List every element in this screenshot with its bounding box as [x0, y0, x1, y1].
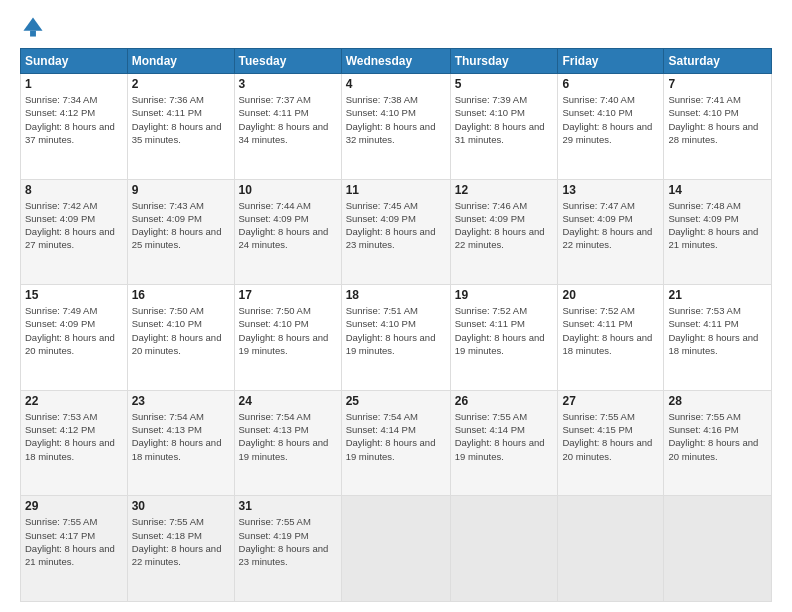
day-info: Sunrise: 7:47 AM Sunset: 4:09 PM Dayligh… [562, 199, 659, 252]
calendar-cell: 21 Sunrise: 7:53 AM Sunset: 4:11 PM Dayl… [664, 285, 772, 391]
day-info: Sunrise: 7:48 AM Sunset: 4:09 PM Dayligh… [668, 199, 767, 252]
calendar-cell: 27 Sunrise: 7:55 AM Sunset: 4:15 PM Dayl… [558, 390, 664, 496]
col-header-thursday: Thursday [450, 49, 558, 74]
col-header-saturday: Saturday [664, 49, 772, 74]
day-number: 3 [239, 77, 337, 91]
day-info: Sunrise: 7:55 AM Sunset: 4:19 PM Dayligh… [239, 515, 337, 568]
day-info: Sunrise: 7:45 AM Sunset: 4:09 PM Dayligh… [346, 199, 446, 252]
calendar-cell: 11 Sunrise: 7:45 AM Sunset: 4:09 PM Dayl… [341, 179, 450, 285]
day-number: 27 [562, 394, 659, 408]
calendar-cell: 23 Sunrise: 7:54 AM Sunset: 4:13 PM Dayl… [127, 390, 234, 496]
calendar-cell: 10 Sunrise: 7:44 AM Sunset: 4:09 PM Dayl… [234, 179, 341, 285]
day-info: Sunrise: 7:38 AM Sunset: 4:10 PM Dayligh… [346, 93, 446, 146]
day-info: Sunrise: 7:40 AM Sunset: 4:10 PM Dayligh… [562, 93, 659, 146]
logo-icon [22, 16, 44, 38]
day-info: Sunrise: 7:36 AM Sunset: 4:11 PM Dayligh… [132, 93, 230, 146]
day-info: Sunrise: 7:54 AM Sunset: 4:13 PM Dayligh… [239, 410, 337, 463]
calendar-cell: 5 Sunrise: 7:39 AM Sunset: 4:10 PM Dayli… [450, 74, 558, 180]
day-info: Sunrise: 7:34 AM Sunset: 4:12 PM Dayligh… [25, 93, 123, 146]
calendar-cell: 28 Sunrise: 7:55 AM Sunset: 4:16 PM Dayl… [664, 390, 772, 496]
day-number: 8 [25, 183, 123, 197]
day-info: Sunrise: 7:46 AM Sunset: 4:09 PM Dayligh… [455, 199, 554, 252]
day-number: 18 [346, 288, 446, 302]
day-number: 19 [455, 288, 554, 302]
calendar-cell: 30 Sunrise: 7:55 AM Sunset: 4:18 PM Dayl… [127, 496, 234, 602]
calendar-cell [341, 496, 450, 602]
day-info: Sunrise: 7:55 AM Sunset: 4:17 PM Dayligh… [25, 515, 123, 568]
day-number: 31 [239, 499, 337, 513]
col-header-friday: Friday [558, 49, 664, 74]
calendar-cell: 7 Sunrise: 7:41 AM Sunset: 4:10 PM Dayli… [664, 74, 772, 180]
day-number: 22 [25, 394, 123, 408]
day-info: Sunrise: 7:55 AM Sunset: 4:18 PM Dayligh… [132, 515, 230, 568]
page: SundayMondayTuesdayWednesdayThursdayFrid… [0, 0, 792, 612]
calendar-cell: 24 Sunrise: 7:54 AM Sunset: 4:13 PM Dayl… [234, 390, 341, 496]
day-number: 24 [239, 394, 337, 408]
day-info: Sunrise: 7:55 AM Sunset: 4:14 PM Dayligh… [455, 410, 554, 463]
calendar-cell: 12 Sunrise: 7:46 AM Sunset: 4:09 PM Dayl… [450, 179, 558, 285]
header [20, 16, 772, 38]
calendar-cell: 17 Sunrise: 7:50 AM Sunset: 4:10 PM Dayl… [234, 285, 341, 391]
calendar-cell: 25 Sunrise: 7:54 AM Sunset: 4:14 PM Dayl… [341, 390, 450, 496]
day-number: 13 [562, 183, 659, 197]
calendar-cell [664, 496, 772, 602]
svg-marker-0 [23, 17, 42, 30]
day-info: Sunrise: 7:37 AM Sunset: 4:11 PM Dayligh… [239, 93, 337, 146]
calendar-cell [558, 496, 664, 602]
day-number: 7 [668, 77, 767, 91]
col-header-monday: Monday [127, 49, 234, 74]
day-info: Sunrise: 7:44 AM Sunset: 4:09 PM Dayligh… [239, 199, 337, 252]
calendar-table: SundayMondayTuesdayWednesdayThursdayFrid… [20, 48, 772, 602]
day-number: 15 [25, 288, 123, 302]
col-header-sunday: Sunday [21, 49, 128, 74]
day-number: 11 [346, 183, 446, 197]
day-info: Sunrise: 7:43 AM Sunset: 4:09 PM Dayligh… [132, 199, 230, 252]
day-number: 2 [132, 77, 230, 91]
calendar-cell: 16 Sunrise: 7:50 AM Sunset: 4:10 PM Dayl… [127, 285, 234, 391]
calendar-cell: 3 Sunrise: 7:37 AM Sunset: 4:11 PM Dayli… [234, 74, 341, 180]
calendar-cell: 20 Sunrise: 7:52 AM Sunset: 4:11 PM Dayl… [558, 285, 664, 391]
calendar-header-row: SundayMondayTuesdayWednesdayThursdayFrid… [21, 49, 772, 74]
day-number: 12 [455, 183, 554, 197]
logo [20, 16, 48, 38]
day-number: 23 [132, 394, 230, 408]
svg-rect-1 [30, 31, 36, 37]
calendar-cell: 8 Sunrise: 7:42 AM Sunset: 4:09 PM Dayli… [21, 179, 128, 285]
calendar-cell: 31 Sunrise: 7:55 AM Sunset: 4:19 PM Dayl… [234, 496, 341, 602]
day-number: 21 [668, 288, 767, 302]
day-info: Sunrise: 7:41 AM Sunset: 4:10 PM Dayligh… [668, 93, 767, 146]
day-number: 25 [346, 394, 446, 408]
calendar-cell: 13 Sunrise: 7:47 AM Sunset: 4:09 PM Dayl… [558, 179, 664, 285]
calendar-cell: 1 Sunrise: 7:34 AM Sunset: 4:12 PM Dayli… [21, 74, 128, 180]
day-number: 1 [25, 77, 123, 91]
day-info: Sunrise: 7:55 AM Sunset: 4:16 PM Dayligh… [668, 410, 767, 463]
day-number: 30 [132, 499, 230, 513]
day-number: 29 [25, 499, 123, 513]
day-number: 6 [562, 77, 659, 91]
calendar-cell: 4 Sunrise: 7:38 AM Sunset: 4:10 PM Dayli… [341, 74, 450, 180]
calendar-cell: 22 Sunrise: 7:53 AM Sunset: 4:12 PM Dayl… [21, 390, 128, 496]
day-number: 26 [455, 394, 554, 408]
day-info: Sunrise: 7:49 AM Sunset: 4:09 PM Dayligh… [25, 304, 123, 357]
calendar-cell: 18 Sunrise: 7:51 AM Sunset: 4:10 PM Dayl… [341, 285, 450, 391]
day-number: 10 [239, 183, 337, 197]
calendar-cell: 6 Sunrise: 7:40 AM Sunset: 4:10 PM Dayli… [558, 74, 664, 180]
day-number: 4 [346, 77, 446, 91]
day-number: 9 [132, 183, 230, 197]
day-number: 17 [239, 288, 337, 302]
calendar-cell: 15 Sunrise: 7:49 AM Sunset: 4:09 PM Dayl… [21, 285, 128, 391]
day-info: Sunrise: 7:52 AM Sunset: 4:11 PM Dayligh… [455, 304, 554, 357]
calendar-cell [450, 496, 558, 602]
calendar-cell: 26 Sunrise: 7:55 AM Sunset: 4:14 PM Dayl… [450, 390, 558, 496]
day-number: 16 [132, 288, 230, 302]
day-number: 5 [455, 77, 554, 91]
day-info: Sunrise: 7:52 AM Sunset: 4:11 PM Dayligh… [562, 304, 659, 357]
day-info: Sunrise: 7:55 AM Sunset: 4:15 PM Dayligh… [562, 410, 659, 463]
day-info: Sunrise: 7:53 AM Sunset: 4:12 PM Dayligh… [25, 410, 123, 463]
calendar-cell: 2 Sunrise: 7:36 AM Sunset: 4:11 PM Dayli… [127, 74, 234, 180]
day-info: Sunrise: 7:51 AM Sunset: 4:10 PM Dayligh… [346, 304, 446, 357]
day-number: 20 [562, 288, 659, 302]
day-info: Sunrise: 7:50 AM Sunset: 4:10 PM Dayligh… [132, 304, 230, 357]
calendar-cell: 19 Sunrise: 7:52 AM Sunset: 4:11 PM Dayl… [450, 285, 558, 391]
day-info: Sunrise: 7:50 AM Sunset: 4:10 PM Dayligh… [239, 304, 337, 357]
